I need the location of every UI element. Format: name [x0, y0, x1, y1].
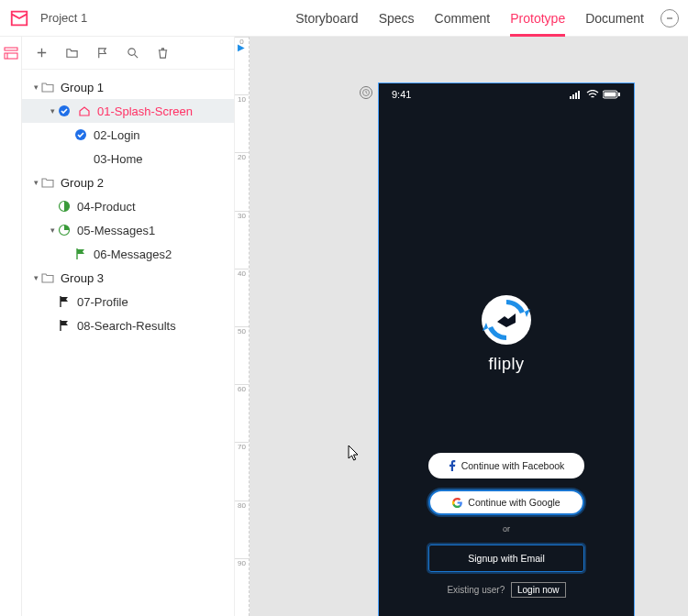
svg-rect-13: [575, 93, 577, 99]
tree-label: 06-Messages2: [94, 248, 172, 261]
home-icon: [77, 104, 92, 117]
cursor-icon: [348, 445, 361, 461]
clock-icon: [360, 86, 372, 99]
tree-item-08-search-results[interactable]: 08-Search-Results: [22, 314, 234, 337]
svg-point-4: [128, 49, 136, 56]
check-blue-icon: [57, 104, 72, 117]
tree-label: Group 1: [61, 81, 104, 94]
existing-user-text: Existing user?: [447, 585, 505, 595]
svg-rect-17: [618, 93, 620, 96]
quarter-circle-green-icon: [57, 224, 72, 236]
app-logo-icon: [9, 8, 29, 28]
google-icon: [452, 498, 462, 508]
tree-label: Group 3: [61, 271, 104, 285]
ruler-tick: 40: [235, 269, 249, 278]
tree-item-01-splash-screen[interactable]: ▾01-Splash-Screen: [22, 99, 234, 123]
login-now-link[interactable]: Login now: [511, 582, 566, 598]
trash-icon[interactable]: [156, 46, 170, 60]
check-blue-icon: [73, 128, 88, 141]
minus-icon: [665, 14, 674, 23]
ruler-marker-icon[interactable]: ▶: [238, 42, 245, 52]
project-title: Project 1: [40, 11, 87, 25]
tab-storyboard[interactable]: Storyboard: [295, 2, 358, 35]
battery-icon: [603, 90, 621, 99]
svg-line-5: [134, 54, 138, 58]
or-divider: or: [379, 524, 634, 534]
svg-rect-11: [570, 96, 571, 99]
flag-icon[interactable]: [95, 46, 109, 60]
tab-comment[interactable]: Comment: [435, 2, 491, 35]
ruler-tick: 10: [235, 94, 249, 104]
ruler-tick: 90: [235, 558, 249, 567]
tree-group-group-2[interactable]: ▾Group 2: [22, 170, 234, 194]
tree-item-06-messages2[interactable]: 06-Messages2: [22, 242, 234, 266]
tree-item-07-profile[interactable]: 07-Profile: [22, 290, 234, 314]
tab-document[interactable]: Document: [585, 2, 644, 35]
tree-label: 01-Splash-Screen: [97, 104, 193, 118]
tab-specs[interactable]: Specs: [379, 2, 415, 35]
wifi-icon: [586, 90, 599, 99]
tree-label: 05-Messages1: [77, 224, 155, 237]
caret-icon[interactable]: ▾: [48, 106, 57, 116]
tree-group-group-1[interactable]: ▾Group 1: [22, 75, 234, 99]
continue-google-button[interactable]: Continue with Google: [428, 490, 584, 515]
folder-open-icon: [40, 81, 55, 94]
caret-icon[interactable]: ▾: [31, 82, 40, 92]
folder-open-icon: [40, 176, 55, 189]
svg-rect-12: [572, 94, 574, 99]
folder-icon[interactable]: [65, 46, 79, 60]
tree-label: 03-Home: [94, 152, 142, 166]
facebook-icon: [449, 460, 456, 471]
folder-open-icon: [40, 271, 55, 284]
continue-facebook-label: Continue with Facebook: [461, 460, 565, 471]
caret-icon[interactable]: ▾: [31, 178, 40, 187]
caret-icon[interactable]: ▾: [31, 273, 40, 282]
svg-rect-14: [578, 91, 580, 99]
brand-name: fliply: [379, 355, 634, 374]
ruler-tick: 30: [235, 211, 249, 220]
signup-email-button[interactable]: Signup with Email: [428, 544, 584, 572]
tab-prototype[interactable]: Prototype: [510, 2, 565, 35]
ruler-tick: 60: [235, 384, 249, 393]
tree-label: Group 2: [61, 176, 104, 190]
ruler-tick: 80: [235, 500, 249, 510]
signup-email-label: Signup with Email: [468, 553, 544, 564]
tree-label: 08-Search-Results: [77, 319, 176, 333]
add-icon[interactable]: [35, 46, 49, 60]
svg-rect-1: [5, 48, 17, 50]
continue-google-label: Continue with Google: [468, 497, 560, 508]
tree-label: 04-Product: [77, 200, 136, 214]
tree-group-group-3[interactable]: ▾Group 3: [22, 266, 234, 290]
tree-item-04-product[interactable]: 04-Product: [22, 194, 234, 218]
signal-icon: [570, 90, 583, 99]
flag-black-icon: [57, 319, 72, 332]
status-time: 9:41: [392, 89, 570, 100]
ruler-tick: 50: [235, 326, 249, 336]
svg-rect-16: [605, 93, 616, 97]
more-button[interactable]: [660, 9, 679, 28]
tree-label: 02-Login: [94, 128, 140, 142]
ruler-tick: 20: [235, 152, 249, 161]
half-circle-green-icon: [57, 200, 72, 213]
tree-item-05-messages1[interactable]: ▾05-Messages1: [22, 218, 234, 242]
caret-icon[interactable]: ▾: [48, 226, 57, 235]
flag-black-icon: [57, 295, 72, 308]
search-icon[interactable]: [126, 46, 139, 60]
panel-toggle-icon[interactable]: [4, 46, 18, 60]
brand-logo-icon: [481, 294, 532, 346]
tree-label: 07-Profile: [77, 295, 128, 309]
tree-item-03-home[interactable]: 03-Home: [22, 147, 234, 170]
flag-green-icon: [73, 248, 88, 260]
tree-item-02-login[interactable]: 02-Login: [22, 123, 234, 147]
ruler-tick: 70: [235, 442, 249, 451]
svg-rect-2: [5, 53, 17, 59]
continue-facebook-button[interactable]: Continue with Facebook: [428, 453, 584, 478]
preview-device: 9:41 fliply: [378, 82, 635, 616]
